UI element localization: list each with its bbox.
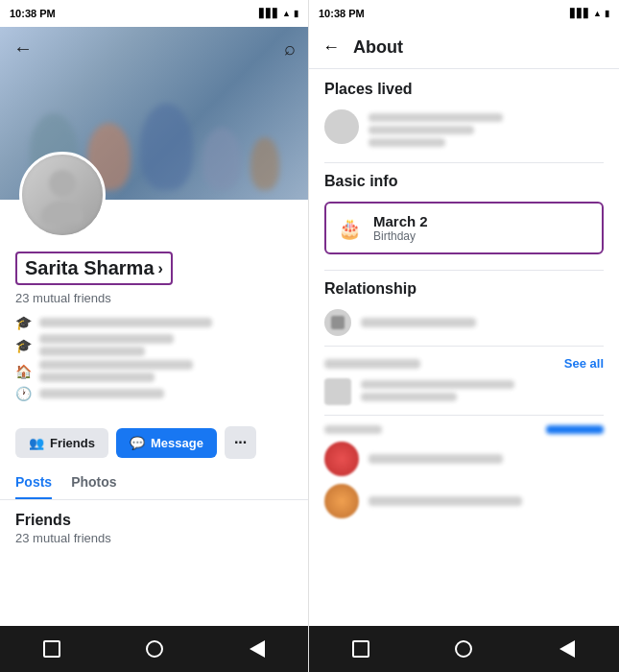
status-icons-right: ▋▋▋ ▲ ▮ — [570, 9, 609, 18]
more-button[interactable]: ··· — [225, 426, 256, 459]
colored-text-1 — [369, 454, 503, 464]
status-bar-right: 10:38 PM ▋▋▋ ▲ ▮ — [309, 0, 619, 27]
svg-point-0 — [49, 170, 76, 197]
birthday-info: March 2 Birthday — [373, 213, 428, 243]
profile-pic-inner — [22, 155, 103, 235]
work-text-1 — [361, 378, 514, 401]
right-panel: 10:38 PM ▋▋▋ ▲ ▮ ← About Places lived Ba… — [309, 0, 619, 672]
clock-icon: 🕐 — [15, 386, 32, 401]
back-icon[interactable]: ← — [13, 37, 33, 60]
info-lines: 🎓 🎓 🏠 🕐 — [15, 315, 293, 401]
birthday-icon: 🎂 — [338, 217, 362, 240]
signal-icon: ▋▋▋ — [259, 9, 279, 18]
school-text-2 — [39, 334, 174, 356]
graduation-icon-1: 🎓 — [15, 315, 32, 330]
divider-4 — [324, 415, 604, 416]
status-bar-left: 10:38 PM ▋▋▋ ▲ ▮ — [0, 0, 308, 27]
nav-circle-right[interactable] — [452, 637, 475, 660]
battery-icon: ▮ — [294, 9, 298, 18]
about-title: About — [353, 37, 403, 58]
home-text — [39, 360, 193, 382]
friends-icon: 👥 — [29, 436, 44, 450]
triangle-icon — [250, 640, 265, 658]
birthday-card: 🎂 March 2 Birthday — [324, 202, 604, 254]
nav-back-right[interactable] — [556, 637, 579, 660]
friends-button[interactable]: 👥 Friends — [15, 428, 108, 458]
place-text — [369, 109, 503, 147]
bottom-nav-left — [0, 626, 308, 672]
profile-name: Sarita Sharma — [25, 257, 155, 279]
profile-picture — [19, 152, 106, 238]
info-line-3: 🏠 — [15, 360, 293, 382]
places-item-1 — [324, 109, 604, 147]
colored-circle-2 — [324, 484, 359, 518]
rel-text-1 — [361, 318, 476, 327]
place-line-1 — [369, 113, 503, 122]
colored-item-1 — [324, 442, 604, 476]
divider-2 — [324, 270, 604, 271]
action-buttons: 👥 Friends 💬 Message ··· — [0, 419, 308, 467]
relationship-item-1 — [324, 309, 604, 336]
rel-icon-1 — [324, 309, 351, 336]
relationship-title: Relationship — [324, 280, 604, 298]
nav-circle-left[interactable] — [143, 637, 166, 660]
right-content: Places lived Basic info 🎂 March 2 Birthd… — [309, 69, 619, 626]
square-icon — [43, 640, 60, 658]
profile-name-row[interactable]: Sarita Sharma › — [15, 252, 173, 285]
signal-icon-right: ▋▋▋ — [570, 9, 590, 18]
battery-icon-right: ▮ — [605, 9, 609, 18]
message-button[interactable]: 💬 Message — [116, 428, 217, 458]
life-events-row: See all — [324, 356, 604, 371]
right-top-nav: ← About — [309, 27, 619, 69]
friends-section: Friends 23 mutual friends — [0, 500, 308, 557]
square-icon-right — [352, 640, 369, 658]
nav-square-right[interactable] — [349, 637, 372, 660]
tab-posts[interactable]: Posts — [15, 474, 52, 499]
search-icon[interactable]: ⌕ — [284, 37, 296, 60]
top-nav: ← ⌕ — [0, 27, 309, 69]
place-line-2 — [369, 126, 474, 134]
info-line-2: 🎓 — [15, 334, 293, 356]
divider-3 — [324, 346, 604, 347]
other-label — [324, 425, 382, 434]
back-arrow-right[interactable]: ← — [322, 37, 340, 58]
circle-icon — [146, 640, 163, 658]
life-events-label — [324, 359, 420, 369]
see-all-link[interactable]: See all — [564, 356, 604, 371]
circle-icon-right — [455, 640, 472, 658]
svg-point-1 — [41, 201, 83, 224]
info-line-1: 🎓 — [15, 315, 293, 330]
triangle-icon-right — [559, 640, 575, 658]
other-link — [546, 425, 604, 434]
wifi-icon: ▲ — [282, 9, 291, 18]
nav-square-left[interactable] — [40, 637, 63, 660]
time-left: 10:38 PM — [10, 8, 56, 19]
school-text-1 — [39, 318, 212, 327]
colored-circle-1 — [324, 442, 359, 476]
home-icon: 🏠 — [15, 364, 32, 379]
mutual-friends: 23 mutual friends — [15, 291, 293, 305]
status-icons-left: ▋▋▋ ▲ ▮ — [259, 9, 298, 18]
birthday-date: March 2 — [373, 213, 428, 229]
places-lived-title: Places lived — [324, 81, 604, 98]
colored-item-2 — [324, 484, 604, 518]
place-line-3 — [369, 138, 445, 147]
profile-info: Sarita Sharma › 23 mutual friends 🎓 🎓 🏠 — [0, 240, 308, 419]
tabs: Posts Photos — [0, 467, 308, 500]
colored-text-2 — [369, 496, 522, 506]
birthday-label: Birthday — [373, 229, 428, 243]
work-icon-1 — [324, 378, 351, 405]
wifi-icon-right: ▲ — [593, 9, 602, 18]
nav-back-left[interactable] — [246, 637, 269, 660]
friends-section-count: 23 mutual friends — [15, 531, 293, 545]
friends-section-title: Friends — [15, 512, 293, 529]
graduation-icon-2: 🎓 — [15, 338, 32, 353]
other-label-row — [324, 425, 604, 434]
basic-info-title: Basic info — [324, 173, 604, 190]
tab-photos[interactable]: Photos — [71, 474, 116, 499]
divider-1 — [324, 162, 604, 163]
cover-area: ← ⌕ — [0, 27, 308, 200]
chevron-right-icon: › — [158, 260, 163, 277]
time-text — [39, 389, 164, 398]
left-panel: 10:38 PM ▋▋▋ ▲ ▮ ← ⌕ — [0, 0, 309, 672]
